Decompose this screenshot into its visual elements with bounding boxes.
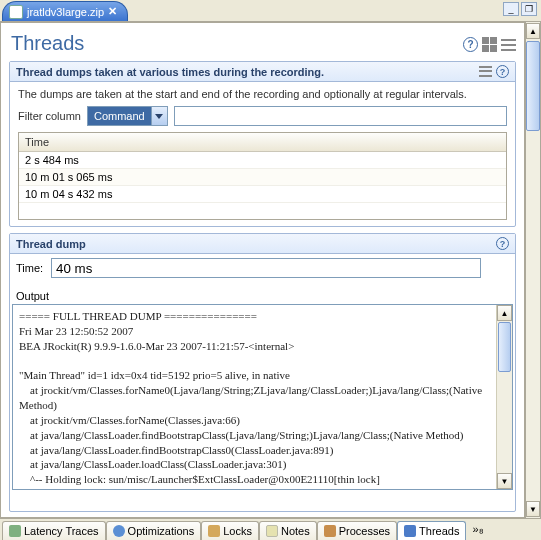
chevron-down-icon[interactable] <box>151 107 167 125</box>
thread-dump-title: Thread dump <box>16 238 86 250</box>
page-scrollbar[interactable]: ▲ ▼ <box>525 22 541 518</box>
table-row[interactable]: 2 s 484 ms <box>19 152 506 169</box>
scroll-thumb[interactable] <box>498 322 511 372</box>
tab-optimizations[interactable]: Optimizations <box>106 521 202 541</box>
scroll-thumb[interactable] <box>526 41 540 131</box>
minimize-button[interactable]: _ <box>503 2 519 16</box>
tab-label: Processes <box>339 525 390 537</box>
filter-column-value: Command <box>88 107 151 125</box>
thread-dump-section: Thread dump ? Time: Output ===== FULL TH… <box>9 233 516 512</box>
thread-dumps-title: Thread dumps taken at various times duri… <box>16 66 324 78</box>
latency-icon <box>9 525 21 537</box>
time-field[interactable] <box>51 258 481 278</box>
thread-dump-help-icon[interactable]: ? <box>496 237 509 250</box>
thread-dumps-section: Thread dumps taken at various times duri… <box>9 61 516 227</box>
view-grid-icon[interactable] <box>482 37 497 52</box>
filter-column-label: Filter column <box>18 110 81 122</box>
file-tab-label: jratldv3large.zip <box>27 6 104 18</box>
scroll-down-icon[interactable]: ▼ <box>497 473 512 489</box>
tab-locks[interactable]: Locks <box>201 521 259 541</box>
thread-dump-header: Thread dump ? <box>10 234 515 254</box>
thread-dumps-header: Thread dumps taken at various times duri… <box>10 62 515 82</box>
table-column-time[interactable]: Time <box>19 133 506 152</box>
tabs-overflow-button[interactable]: »₈ <box>466 523 488 536</box>
section-list-icon[interactable] <box>479 65 492 78</box>
filter-text-input[interactable] <box>174 106 507 126</box>
maximize-button[interactable]: ❐ <box>521 2 537 16</box>
lock-icon <box>208 525 220 537</box>
tab-label: Threads <box>419 525 459 537</box>
notes-icon <box>266 525 278 537</box>
tab-label: Notes <box>281 525 310 537</box>
time-label: Time: <box>16 262 43 274</box>
output-content[interactable]: ===== FULL THREAD DUMP =============== F… <box>13 305 496 489</box>
file-icon <box>9 5 23 19</box>
scroll-up-icon[interactable]: ▲ <box>526 23 540 39</box>
tab-label: Optimizations <box>128 525 195 537</box>
tab-label: Latency Traces <box>24 525 99 537</box>
tab-latency-traces[interactable]: Latency Traces <box>2 521 106 541</box>
view-list-icon[interactable] <box>501 37 516 52</box>
window-controls: _ ❐ <box>503 2 537 16</box>
output-label: Output <box>16 290 515 302</box>
scroll-down-icon[interactable]: ▼ <box>526 501 540 517</box>
thread-dumps-description: The dumps are taken at the start and end… <box>18 88 507 106</box>
table-row[interactable]: 10 m 01 s 065 ms <box>19 169 506 186</box>
output-scrollbar[interactable]: ▲ ▼ <box>496 305 512 489</box>
tab-threads[interactable]: Threads <box>397 521 466 541</box>
tab-notes[interactable]: Notes <box>259 521 317 541</box>
close-icon[interactable]: ✕ <box>108 5 117 18</box>
content-area: Threads ? Thread dumps taken at various … <box>0 22 525 518</box>
optimizations-icon <box>113 525 125 537</box>
help-icon[interactable]: ? <box>463 37 478 52</box>
tab-processes[interactable]: Processes <box>317 521 397 541</box>
scroll-up-icon[interactable]: ▲ <box>497 305 512 321</box>
page-title: Threads <box>9 28 84 61</box>
thread-dumps-table: Time 2 s 484 ms 10 m 01 s 065 ms 10 m 04… <box>18 132 507 220</box>
output-box: ===== FULL THREAD DUMP =============== F… <box>12 304 513 490</box>
filter-column-combo[interactable]: Command <box>87 106 168 126</box>
file-tab-bar: jratldv3large.zip ✕ _ ❐ <box>0 0 541 22</box>
file-tab[interactable]: jratldv3large.zip ✕ <box>2 1 128 21</box>
threads-icon <box>404 525 416 537</box>
bottom-tab-bar: Latency Traces Optimizations Locks Notes… <box>0 518 541 540</box>
tab-label: Locks <box>223 525 252 537</box>
table-row[interactable]: 10 m 04 s 432 ms <box>19 186 506 203</box>
processes-icon <box>324 525 336 537</box>
section-help-icon[interactable]: ? <box>496 65 509 78</box>
table-empty-row <box>19 203 506 219</box>
